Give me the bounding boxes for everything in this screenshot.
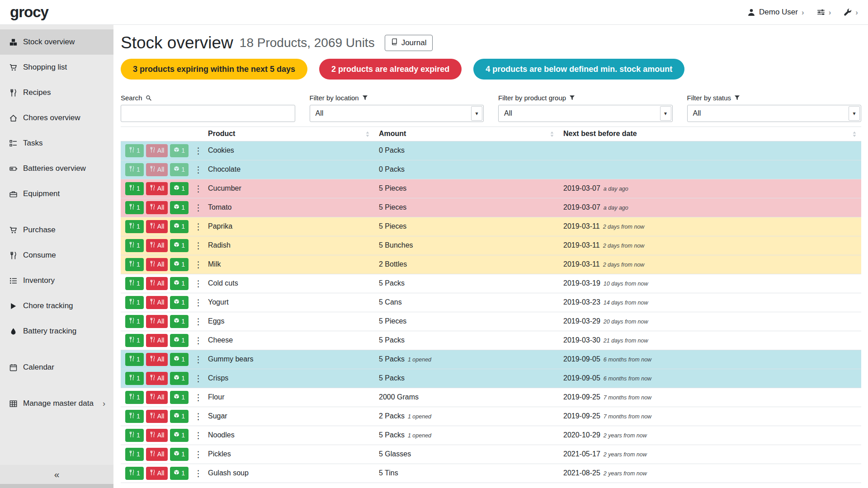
row-menu-button[interactable]: ⋮: [191, 277, 203, 290]
open-one-button[interactable]: 1: [170, 429, 189, 442]
row-menu-button[interactable]: ⋮: [191, 258, 203, 271]
open-one-button[interactable]: 1: [170, 353, 189, 366]
consume-all-button[interactable]: All: [146, 410, 168, 423]
consume-one-button[interactable]: 1: [125, 220, 144, 233]
consume-one-button[interactable]: 1: [125, 277, 144, 290]
consume-all-button[interactable]: All: [146, 163, 168, 176]
consume-all-button[interactable]: All: [146, 391, 168, 404]
consume-all-button[interactable]: All: [146, 334, 168, 347]
consume-all-button[interactable]: All: [146, 277, 168, 290]
alert-expired[interactable]: 2 products are already expired: [319, 59, 462, 80]
open-one-button[interactable]: 1: [170, 220, 189, 233]
open-one-button[interactable]: 1: [170, 239, 189, 252]
consume-all-button[interactable]: All: [146, 429, 168, 442]
open-one-button[interactable]: 1: [170, 277, 189, 290]
consume-one-button[interactable]: 1: [125, 391, 144, 404]
sidebar-item-recipes[interactable]: Recipes: [0, 80, 113, 105]
consume-all-button[interactable]: All: [146, 258, 168, 271]
consume-one-button[interactable]: 1: [125, 429, 144, 442]
row-menu-button[interactable]: ⋮: [191, 391, 203, 404]
column-best-before-date[interactable]: Next best before date: [559, 127, 861, 141]
sidebar-item-tasks[interactable]: Tasks: [0, 131, 113, 156]
consume-one-button[interactable]: 1: [125, 315, 144, 328]
sidebar-item-chore-tracking[interactable]: Chore tracking: [0, 293, 113, 319]
consume-one-button[interactable]: 1: [125, 467, 144, 480]
consume-all-button[interactable]: All: [146, 448, 168, 461]
row-menu-button[interactable]: ⋮: [191, 239, 203, 252]
column-product[interactable]: Product: [203, 127, 374, 141]
consume-all-button[interactable]: All: [146, 372, 168, 385]
row-menu-button[interactable]: ⋮: [191, 144, 203, 157]
consume-one-button[interactable]: 1: [125, 448, 144, 461]
row-menu-button[interactable]: ⋮: [191, 163, 203, 176]
collapse-sidebar-button[interactable]: «: [0, 465, 113, 484]
sidebar-item-equipment[interactable]: Equipment: [0, 181, 113, 206]
row-menu-button[interactable]: ⋮: [191, 372, 203, 385]
sidebar-item-consume[interactable]: Consume: [0, 243, 113, 268]
sidebar-item-inventory[interactable]: Inventory: [0, 268, 113, 293]
open-one-button[interactable]: 1: [170, 448, 189, 461]
open-one-button[interactable]: 1: [170, 201, 189, 214]
row-menu-button[interactable]: ⋮: [191, 334, 203, 347]
open-one-button[interactable]: 1: [170, 163, 189, 176]
app-logo[interactable]: grocy: [10, 4, 48, 21]
sidebar-item-calendar[interactable]: Calendar: [0, 355, 113, 380]
sidebar-item-manage-master-data[interactable]: Manage master data ›: [0, 391, 113, 416]
open-one-button[interactable]: 1: [170, 372, 189, 385]
open-one-button[interactable]: 1: [170, 410, 189, 423]
consume-one-button[interactable]: 1: [125, 182, 144, 195]
alert-expiring[interactable]: 3 products expiring within the next 5 da…: [121, 59, 307, 80]
consume-all-button[interactable]: All: [146, 239, 168, 252]
consume-one-button[interactable]: 1: [125, 201, 144, 214]
consume-one-button[interactable]: 1: [125, 239, 144, 252]
open-one-button[interactable]: 1: [170, 467, 189, 480]
sidebar-item-shopping-list[interactable]: Shopping list: [0, 55, 113, 80]
consume-one-button[interactable]: 1: [125, 372, 144, 385]
consume-all-button[interactable]: All: [146, 144, 168, 157]
consume-one-button[interactable]: 1: [125, 334, 144, 347]
row-menu-button[interactable]: ⋮: [191, 448, 203, 461]
row-menu-button[interactable]: ⋮: [191, 429, 203, 442]
sidebar-item-purchase[interactable]: Purchase: [0, 217, 113, 243]
open-one-button[interactable]: 1: [170, 296, 189, 309]
row-menu-button[interactable]: ⋮: [191, 201, 203, 214]
consume-all-button[interactable]: All: [146, 353, 168, 366]
row-menu-button[interactable]: ⋮: [191, 296, 203, 309]
row-menu-button[interactable]: ⋮: [191, 353, 203, 366]
user-menu[interactable]: Demo User ›: [747, 8, 804, 17]
open-one-button[interactable]: 1: [170, 391, 189, 404]
consume-all-button[interactable]: All: [146, 220, 168, 233]
sidebar-item-batteries-overview[interactable]: Batteries overview: [0, 156, 113, 181]
settings-menu[interactable]: ›: [817, 8, 831, 16]
sidebar-item-stock-overview[interactable]: Stock overview: [0, 29, 113, 55]
alert-below-min-stock[interactable]: 4 products are below defined min. stock …: [473, 59, 684, 80]
search-input[interactable]: [121, 105, 295, 122]
status-filter-select[interactable]: All ▾: [687, 105, 862, 122]
open-one-button[interactable]: 1: [170, 182, 189, 195]
consume-all-button[interactable]: All: [146, 296, 168, 309]
consume-one-button[interactable]: 1: [125, 163, 144, 176]
consume-one-button[interactable]: 1: [125, 144, 144, 157]
row-menu-button[interactable]: ⋮: [191, 315, 203, 328]
row-menu-button[interactable]: ⋮: [191, 220, 203, 233]
open-one-button[interactable]: 1: [170, 334, 189, 347]
row-menu-button[interactable]: ⋮: [191, 410, 203, 423]
open-one-button[interactable]: 1: [170, 258, 189, 271]
consume-one-button[interactable]: 1: [125, 258, 144, 271]
consume-all-button[interactable]: All: [146, 467, 168, 480]
consume-all-button[interactable]: All: [146, 315, 168, 328]
product-group-filter-select[interactable]: All ▾: [498, 105, 673, 122]
column-amount[interactable]: Amount: [374, 127, 559, 141]
consume-one-button[interactable]: 1: [125, 410, 144, 423]
journal-button[interactable]: Journal: [385, 35, 433, 51]
consume-one-button[interactable]: 1: [125, 353, 144, 366]
row-menu-button[interactable]: ⋮: [191, 467, 203, 480]
location-filter-select[interactable]: All ▾: [310, 105, 484, 122]
consume-one-button[interactable]: 1: [125, 296, 144, 309]
consume-all-button[interactable]: All: [146, 182, 168, 195]
open-one-button[interactable]: 1: [170, 144, 189, 157]
sidebar-item-chores-overview[interactable]: Chores overview: [0, 105, 113, 131]
sidebar-item-battery-tracking[interactable]: Battery tracking: [0, 319, 113, 344]
admin-menu[interactable]: ›: [844, 8, 858, 16]
consume-all-button[interactable]: All: [146, 201, 168, 214]
